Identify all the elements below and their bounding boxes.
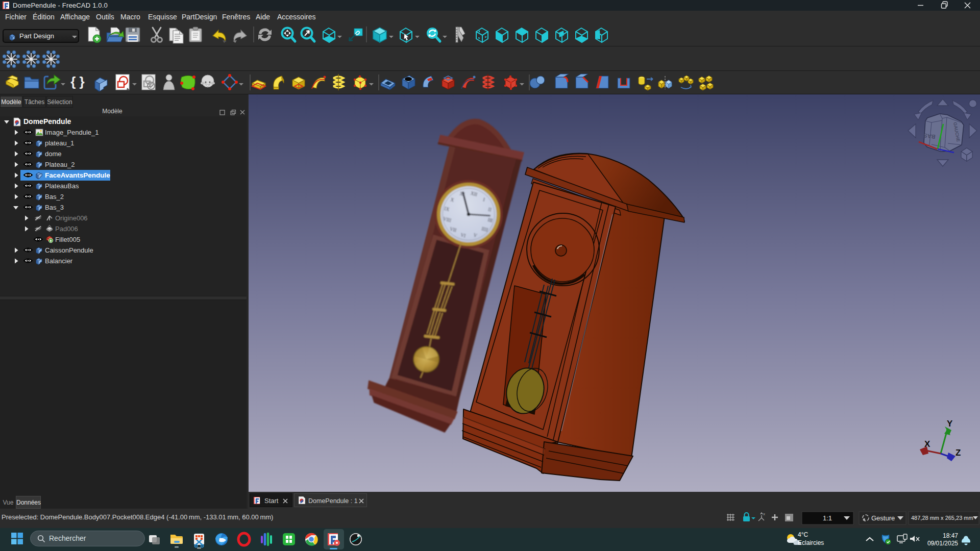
svg-text:Bas_2: Bas_2 — [45, 193, 64, 201]
svg-text:1:1: 1:1 — [823, 514, 832, 522]
svg-text:dome: dome — [45, 150, 62, 158]
svg-text:DomePendule: DomePendule — [23, 117, 71, 126]
svg-text:Z: Z — [955, 448, 961, 458]
svg-text:Balancier: Balancier — [45, 257, 73, 265]
svg-text:Image_Pendule_1: Image_Pendule_1 — [45, 129, 99, 136]
svg-text:plateau_1: plateau_1 — [45, 139, 74, 147]
svg-text:{ }: { } — [70, 74, 84, 89]
svg-text:X: X — [924, 439, 930, 449]
svg-text:Gesture: Gesture — [871, 514, 895, 522]
svg-text:FaceAvantsPendule: FaceAvantsPendule — [45, 171, 110, 179]
svg-text:Bas_3: Bas_3 — [45, 204, 64, 211]
svg-text:Y: Y — [947, 419, 953, 429]
svg-text:Pad006: Pad006 — [55, 225, 78, 233]
svg-text:PlateauBas: PlateauBas — [45, 182, 79, 190]
svg-text:CaissonPendule: CaissonPendule — [45, 246, 93, 254]
svg-text:Fillet005: Fillet005 — [55, 236, 80, 243]
svg-text:x: x — [763, 512, 765, 516]
svg-text:Origine006: Origine006 — [55, 214, 88, 222]
svg-text:487,28 mm x 265,23 mm: 487,28 mm x 265,23 mm — [911, 515, 973, 521]
svg-text:Plateau_2: Plateau_2 — [45, 161, 75, 168]
